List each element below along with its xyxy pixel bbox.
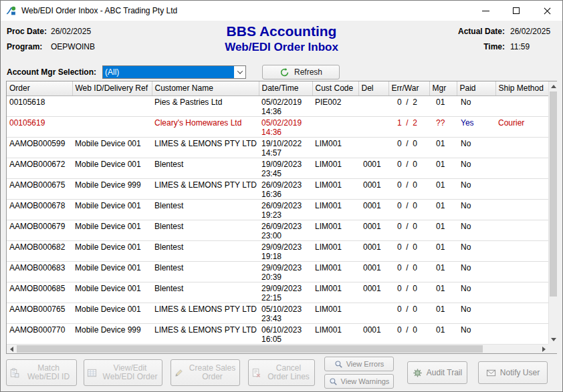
notify-user-button[interactable]: Notify User [478, 361, 548, 384]
cell-del: 0001 [358, 240, 388, 261]
create-sales-order-button[interactable]: Create Sales Order [171, 359, 240, 386]
table-row[interactable]: AAMOB000685Mobile Device 001Blentest29/0… [7, 282, 548, 303]
scroll-right-icon[interactable] [539, 345, 548, 353]
cancel-lines-icon [251, 368, 261, 378]
button-label: View Warnings [341, 377, 390, 386]
table-row[interactable]: 00105619Cleary's Homewares Ltd05/02/2019… [7, 116, 548, 137]
cell-order: 00105618 [7, 95, 72, 116]
cell-err_war: 0 / 0 [388, 220, 429, 240]
table-row[interactable]: AAMOB000765Mobile Device 001LIMES & LEMO… [7, 303, 548, 323]
cell-paid: No [457, 199, 495, 220]
cell-mgr: 01 [429, 178, 457, 199]
cell-order: AAMOB000672 [7, 158, 72, 178]
close-icon [543, 7, 552, 15]
column-header[interactable]: Err/War [388, 81, 429, 95]
cell-ship_method [495, 303, 548, 323]
account-mgr-selected-value: (All) [103, 66, 234, 78]
vertical-scrollbar[interactable] [548, 81, 558, 344]
cell-datetime: 06/10/2023 16:05 [259, 323, 312, 344]
clipboard-icon [9, 368, 19, 378]
view-warnings-button[interactable]: View Warnings [324, 374, 394, 389]
cell-del [358, 95, 388, 116]
cell-order: AAMOB000678 [7, 199, 72, 220]
view-errors-button[interactable]: View Errors [324, 357, 394, 371]
cell-del: 0001 [358, 158, 388, 178]
cell-customer: Blentest [152, 282, 259, 303]
table-row[interactable]: AAMOB000672Mobile Device 001Blentest19/0… [7, 158, 548, 178]
scroll-down-icon[interactable] [549, 335, 558, 344]
cell-del [358, 303, 388, 323]
table-row[interactable]: AAMOB000682Mobile Device 001Blentest29/0… [7, 240, 548, 261]
cell-web_id: Mobile Device 999 [72, 178, 152, 199]
cell-mgr: 01 [429, 323, 457, 344]
refresh-button[interactable]: Refresh [262, 65, 340, 79]
table-row[interactable]: 00105618Pies & Pastries Ltd05/02/2019 14… [7, 95, 548, 116]
cell-order: AAMOB000685 [7, 282, 72, 303]
cell-err_war: 0 / 2 [388, 95, 429, 116]
titlebar: Web/EDI Order Inbox - ABC Trading Pty Lt… [1, 1, 562, 21]
table-row[interactable]: AAMOB000770Mobile Device 999LIMES & LEMO… [7, 323, 548, 344]
cell-cust_code: LIM001 [312, 158, 358, 178]
cell-datetime: 26/09/2023 23:00 [259, 220, 312, 240]
table-row[interactable]: AAMOB000599Mobile Device 001LIMES & LEMO… [7, 137, 548, 158]
cell-ship_method [495, 261, 548, 282]
column-header[interactable]: Ship Method [495, 81, 548, 95]
cell-cust_code: LIM001 [312, 199, 358, 220]
cell-customer: Blentest [152, 158, 259, 178]
chevron-down-icon[interactable] [234, 66, 245, 78]
scroll-left-icon[interactable] [7, 345, 16, 353]
cell-mgr: 01 [429, 282, 457, 303]
magnifier-icon [334, 360, 343, 369]
table-row[interactable]: AAMOB000678Mobile Device 001Blentest26/0… [7, 199, 548, 220]
column-header[interactable]: Mgr [429, 81, 457, 95]
vertical-scroll-thumb[interactable] [550, 91, 557, 297]
column-header[interactable]: Del [358, 81, 388, 95]
audit-trail-button[interactable]: Audit Trail [407, 361, 467, 384]
cell-web_id: Mobile Device 001 [72, 240, 152, 261]
cell-ship_method [495, 240, 548, 261]
button-label: View/Edit Web/EDI Order [101, 364, 159, 381]
minimize-button[interactable] [470, 1, 501, 21]
table-row[interactable]: AAMOB000679Mobile Device 001Blentest26/0… [7, 220, 548, 240]
account-mgr-select[interactable]: (All) [102, 65, 246, 79]
column-header[interactable]: Date/Time [259, 81, 312, 95]
cancel-order-lines-button[interactable]: Cancel Order Lines [248, 359, 315, 386]
close-button[interactable] [532, 1, 562, 21]
cell-datetime: 26/09/2023 19:23 [259, 199, 312, 220]
view-edit-webedi-order-button[interactable]: View/Edit Web/EDI Order [84, 359, 162, 386]
cell-mgr: 01 [429, 158, 457, 178]
cell-paid: No [457, 220, 495, 240]
column-header[interactable]: Order [7, 81, 72, 95]
column-header[interactable]: Cust Code [312, 81, 358, 95]
scrollbar-corner [548, 344, 558, 353]
cell-datetime: 05/02/2019 14:36 [259, 116, 312, 137]
cell-paid: No [457, 158, 495, 178]
cell-mgr: 01 [429, 220, 457, 240]
cell-datetime: 29/09/2023 19:18 [259, 240, 312, 261]
match-webedi-id-button[interactable]: Match Web/EDI ID [6, 359, 77, 386]
cell-mgr: 01 [429, 137, 457, 158]
horizontal-scrollbar[interactable] [7, 344, 548, 353]
table-row[interactable]: AAMOB000675Mobile Device 999LIMES & LEMO… [7, 178, 548, 199]
cell-paid: No [457, 282, 495, 303]
cell-mgr: ?? [429, 116, 457, 137]
cell-web_id [72, 95, 152, 116]
cell-paid: No [457, 178, 495, 199]
cell-order: AAMOB000765 [7, 303, 72, 323]
table-row[interactable]: AAMOB000683Mobile Device 001Blentest29/0… [7, 261, 548, 282]
cell-web_id: Mobile Device 001 [72, 158, 152, 178]
cell-datetime: 19/10/2022 14:57 [259, 137, 312, 158]
scroll-up-icon[interactable] [549, 81, 558, 91]
maximize-button[interactable] [501, 1, 532, 21]
column-header[interactable]: Customer Name [152, 81, 259, 95]
cell-ship_method [495, 137, 548, 158]
cell-err_war: 0 / 0 [388, 282, 429, 303]
cell-cust_code: LIM001 [312, 178, 358, 199]
table-header-row: OrderWeb ID/Delivery RefCustomer NameDat… [7, 81, 548, 95]
column-header[interactable]: Paid [457, 81, 495, 95]
cell-paid: No [457, 303, 495, 323]
horizontal-scroll-thumb[interactable] [17, 345, 483, 353]
app-window: Web/EDI Order Inbox - ABC Trading Pty Lt… [0, 0, 563, 392]
column-header[interactable]: Web ID/Delivery Ref [72, 81, 152, 95]
actual-date-label: Actual Date: [458, 27, 505, 36]
